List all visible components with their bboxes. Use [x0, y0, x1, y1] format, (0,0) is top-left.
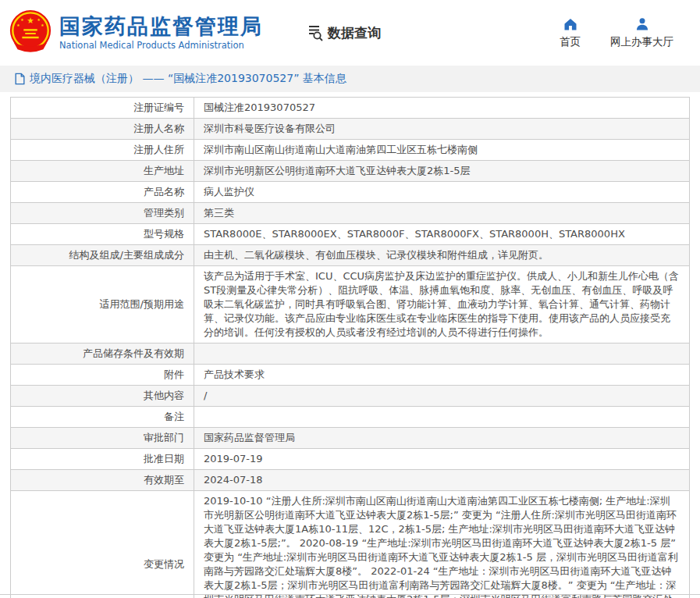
nav-service-hall-label: 网上办事大厅 — [610, 35, 673, 49]
row-value: 2019-10-10 “注册人住所:深圳市南山区南山街道南山大道南油第四工业区五… — [194, 491, 690, 598]
site-title: 国家药品监督管理局 — [59, 15, 263, 38]
table-row: 适用范围/预期用途该产品为适用于手术室、ICU、CCU病房监护及床边监护的重症监… — [11, 266, 690, 343]
row-label: 产品储存条件及有效期 — [11, 343, 194, 365]
registration-info-table: 注册证编号国械注准20193070527注册人名称深圳市科曼医疗设备有限公司注册… — [10, 97, 690, 598]
home-icon — [563, 16, 578, 32]
table-row: 注册证编号国械注准20193070527 — [11, 98, 690, 119]
table-row: 产品名称病人监护仪 — [11, 182, 690, 203]
top-nav: 首页 网上办事大厅 — [560, 16, 684, 49]
row-label: 其他内容 — [11, 386, 194, 407]
row-label: 管理类别 — [11, 203, 194, 224]
row-label: 适用范围/预期用途 — [11, 266, 194, 343]
page-icon — [14, 73, 26, 85]
row-value: STAR8000E、STAR8000EX、STAR8000F、STAR8000F… — [194, 224, 690, 245]
table-row: 管理类别第三类 — [11, 203, 690, 224]
row-value: / — [194, 386, 690, 407]
row-value: 2024-07-18 — [194, 470, 690, 491]
nav-service-hall[interactable]: 网上办事大厅 — [610, 16, 673, 49]
table-row: 备注 — [11, 407, 690, 428]
row-value: 第三类 — [194, 203, 690, 224]
svg-text:★: ★ — [16, 23, 20, 27]
table-row: 有效期至2024-07-18 — [11, 470, 690, 491]
row-label: 有效期至 — [11, 470, 194, 491]
row-value: 产品技术要求 — [194, 365, 690, 386]
data-query-tab[interactable]: 数据查询 — [306, 23, 381, 42]
table-row: 注册人住所深圳市南山区南山街道南山大道南油第四工业区五栋七楼南侧 — [11, 140, 690, 161]
site-subtitle: National Medical Products Administration — [59, 40, 263, 51]
table-row: 产品储存条件及有效期 — [11, 343, 690, 365]
row-value — [194, 343, 690, 365]
table-row: 型号规格STAR8000E、STAR8000EX、STAR8000F、STAR8… — [11, 224, 690, 245]
row-label: 产品名称 — [11, 182, 194, 203]
info-table-body: 注册证编号国械注准20193070527注册人名称深圳市科曼医疗设备有限公司注册… — [11, 98, 690, 598]
row-label: 型号规格 — [11, 224, 194, 245]
svg-text:★: ★ — [27, 16, 34, 26]
breadcrumb: 境内医疗器械（注册） —— “国械注准20193070527” 基本信息 — [0, 66, 700, 92]
page-header: ★ ★ ★ ★ ★ 国家药品监督管理局 National Medical Pro… — [0, 0, 700, 66]
row-value: 国械注准20193070527 — [194, 98, 690, 119]
svg-text:★: ★ — [20, 18, 24, 22]
brand-block: 国家药品监督管理局 National Medical Products Admi… — [59, 15, 263, 51]
row-value — [194, 407, 690, 428]
table-row: 注册人名称深圳市科曼医疗设备有限公司 — [11, 119, 690, 140]
footer-divider — [0, 594, 700, 595]
row-label: 结构及组成/主要组成成分 — [11, 245, 194, 266]
svg-text:★: ★ — [37, 18, 41, 22]
nav-home[interactable]: 首页 — [560, 16, 581, 49]
national-emblem-logo: ★ ★ ★ ★ ★ — [8, 9, 53, 56]
row-label: 审批部门 — [11, 428, 194, 449]
breadcrumb-text: 境内医疗器械（注册） —— “国械注准20193070527” 基本信息 — [30, 72, 346, 86]
row-value: 该产品为适用于手术室、ICU、CCU病房监护及床边监护的重症监护仪。供成人、小儿… — [194, 266, 690, 343]
row-value: 2019-07-19 — [194, 449, 690, 470]
row-label: 注册人住所 — [11, 140, 194, 161]
table-row: 生产地址深圳市光明新区公明街道南环大道飞亚达钟表大厦2栋1-5层 — [11, 161, 690, 182]
table-row: 结构及组成/主要组成成分由主机、二氧化碳模块、有创血压模块、记录仪模块和附件组成… — [11, 245, 690, 266]
row-label: 批准日期 — [11, 449, 194, 470]
table-row: 审批部门国家药品监督管理局 — [11, 428, 690, 449]
table-row: 附件产品技术要求 — [11, 365, 690, 386]
row-label: 注册人名称 — [11, 119, 194, 140]
row-label: 生产地址 — [11, 161, 194, 182]
table-row: 其他内容/ — [11, 386, 690, 407]
row-value: 深圳市科曼医疗设备有限公司 — [194, 119, 690, 140]
svg-text:★: ★ — [41, 23, 44, 27]
user-icon — [634, 16, 650, 32]
row-value: 深圳市南山区南山街道南山大道南油第四工业区五栋七楼南侧 — [194, 140, 690, 161]
row-value: 深圳市光明新区公明街道南环大道飞亚达钟表大厦2栋1-5层 — [194, 161, 690, 182]
data-query-label: 数据查询 — [328, 24, 381, 42]
row-value: 病人监护仪 — [194, 182, 690, 203]
row-label: 附件 — [11, 365, 194, 386]
row-label: 变更情况 — [11, 491, 194, 598]
document-search-icon — [306, 23, 325, 42]
row-value: 国家药品监督管理局 — [194, 428, 690, 449]
row-value: 由主机、二氧化碳模块、有创血压模块、记录仪模块和附件组成，详见附页。 — [194, 245, 690, 266]
row-label: 注册证编号 — [11, 98, 194, 119]
table-row: 变更情况2019-10-10 “注册人住所:深圳市南山区南山街道南山大道南油第四… — [11, 491, 690, 598]
row-label: 备注 — [11, 407, 194, 428]
table-row: 批准日期2019-07-19 — [11, 449, 690, 470]
nav-home-label: 首页 — [560, 35, 581, 49]
